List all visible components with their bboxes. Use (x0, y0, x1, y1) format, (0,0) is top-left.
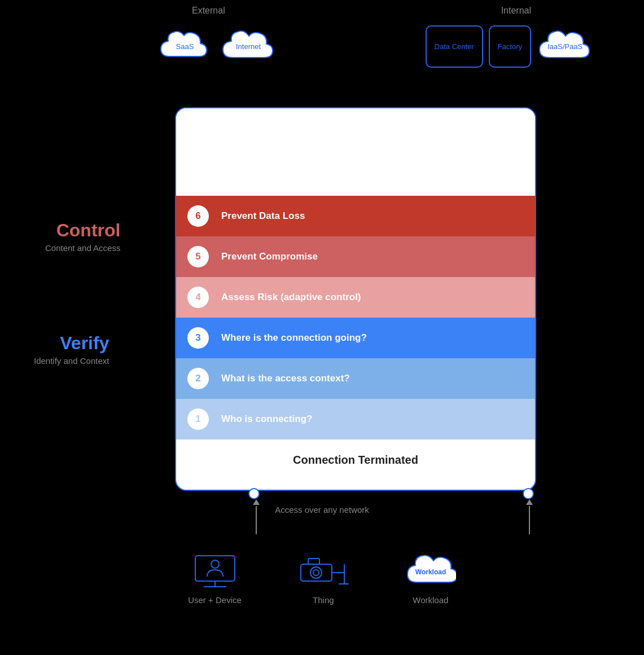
row-who-connecting: 1 Who is connecting? (176, 399, 535, 439)
internal-icons: Data Center Factory IaaS/PaaS (426, 25, 593, 68)
user-device-icon-item: User + Device (188, 553, 242, 605)
row-5-label: Prevent Compromise (221, 251, 318, 262)
row-5-number: 5 (187, 246, 209, 267)
row-1-label: Who is connecting? (221, 414, 313, 425)
main-card: 6 Prevent Data Loss 5 Prevent Compromise… (175, 107, 536, 491)
row-3-number: 3 (187, 327, 209, 349)
saas-cloud: SaaS (158, 25, 212, 68)
user-device-icon (192, 553, 238, 590)
verify-title: Verify (34, 333, 109, 354)
iaas-label: IaaS/PaaS (547, 42, 582, 51)
connector-right (523, 488, 534, 499)
connector-left (248, 488, 260, 499)
row-2-number: 2 (187, 368, 209, 389)
connection-terminated: Connection Terminated (176, 439, 535, 480)
row-3-label: Where is the connection going? (221, 332, 367, 344)
arrow-left-head (253, 499, 260, 505)
svg-text:Workload: Workload (415, 568, 446, 576)
row-assess-risk: 4 Assess Risk (adaptive control) (176, 277, 535, 318)
workload-label: Workload (413, 595, 448, 605)
access-text: Access over any network (0, 505, 644, 515)
data-center-rect: Data Center (426, 25, 483, 68)
row-6-label: Prevent Data Loss (221, 210, 305, 222)
workload-icon-item: Workload Workload (405, 553, 456, 605)
row-connection-going: 3 Where is the connection going? (176, 318, 535, 358)
internet-cloud: Internet (220, 25, 277, 68)
svg-rect-7 (308, 559, 319, 564)
thing-label: Thing (313, 595, 334, 605)
bottom-icons: User + Device Thing Workl (0, 553, 644, 605)
svg-point-6 (313, 570, 319, 575)
external-icons: SaaS Internet (158, 25, 277, 68)
internet-label: Internet (236, 42, 261, 51)
factory-rect: Factory (489, 25, 531, 68)
verify-section: Verify Identify and Context (34, 333, 109, 366)
card-top-white-space (176, 108, 535, 196)
control-section: Control Content and Access (45, 220, 120, 253)
thing-icon (298, 553, 349, 590)
iaas-cloud: IaaS/PaaS (537, 25, 593, 68)
svg-point-3 (211, 560, 219, 568)
row-4-label: Assess Risk (adaptive control) (221, 292, 361, 303)
row-4-number: 4 (187, 287, 209, 308)
row-6-number: 6 (187, 205, 209, 227)
workload-icon: Workload (405, 553, 456, 590)
control-title: Control (45, 220, 120, 241)
verify-subtitle: Identify and Context (34, 356, 109, 366)
external-label: External (192, 6, 225, 16)
row-2-label: What is the access context? (221, 373, 350, 384)
user-device-label: User + Device (188, 595, 242, 605)
row-prevent-data-loss: 6 Prevent Data Loss (176, 196, 535, 236)
svg-point-5 (310, 567, 322, 578)
internal-label: Internal (501, 6, 531, 16)
main-container: External Internal SaaS Internet Data Cen… (0, 0, 644, 655)
thing-icon-item: Thing (298, 553, 349, 605)
arrow-right-head (526, 499, 533, 505)
row-access-context: 2 What is the access context? (176, 358, 535, 399)
saas-label: SaaS (176, 42, 194, 51)
control-subtitle: Content and Access (45, 243, 120, 253)
row-prevent-compromise: 5 Prevent Compromise (176, 236, 535, 277)
row-1-number: 1 (187, 408, 209, 430)
